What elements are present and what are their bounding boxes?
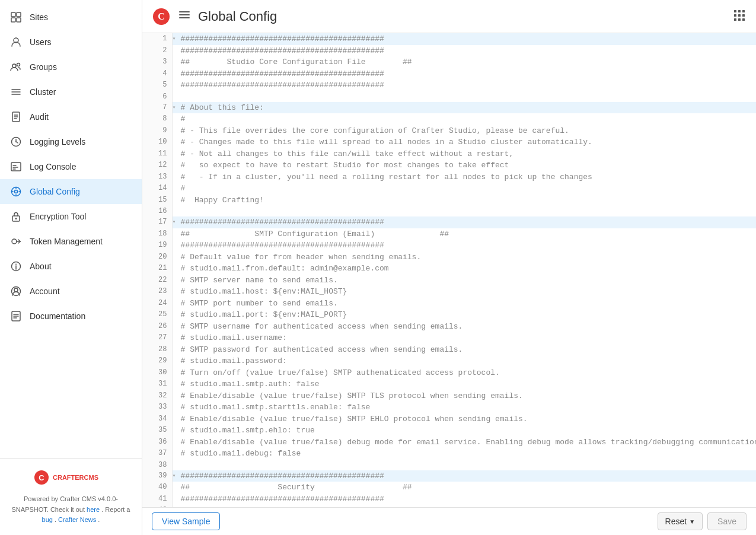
line-number: 39 [142,470,172,482]
sidebar-item-log-console[interactable]: Log Console [0,154,142,179]
sidebar-item-global-config[interactable]: Global Config [0,179,142,204]
code-line: # Turn on/off (value true/false) SMTP au… [176,367,756,379]
sidebar-item-groups-label: Groups [30,62,57,72]
code-line: ########################################… [176,68,756,80]
line-number: 21 [142,263,172,275]
code-line: ## SMTP Configuration (Email) ## [176,228,756,240]
line-number: 38 [142,460,172,470]
code-line: # [176,113,756,125]
reset-dropdown-icon[interactable]: ▼ [689,518,695,525]
svg-rect-57 [742,18,745,21]
svg-text:CRAFTERCMS: CRAFTERCMS [53,474,98,481]
code-line: # studio.mail.debug: false [176,448,756,460]
line-arrow: ▾ [172,102,176,114]
table-row: 32# Enable/disable (value true/false) SM… [142,390,756,402]
table-row: 1▾######################################… [142,33,756,45]
table-row: 18## SMTP Configuration (Email) ## [142,228,756,240]
header-menu-icon[interactable] [178,8,191,24]
audit-icon [9,110,23,123]
encryption-icon [9,210,23,223]
sidebar-item-encryption-tool[interactable]: Encryption Tool [0,204,142,229]
table-row: 14# [142,183,756,195]
code-line: # SMTP password for authenticated access… [176,344,756,356]
svg-point-28 [12,239,17,244]
code-line: # SMTP username for authenticated access… [176,321,756,333]
footer-crafter-news-link[interactable]: Crafter News [58,516,96,523]
svg-rect-16 [11,163,21,171]
sidebar-item-account-label: Account [30,286,60,296]
footer-right-actions: Reset ▼ Save [658,512,747,530]
line-number: 29 [142,355,172,367]
table-row: 25# studio.mail.port: ${env:MAIL_PORT} [142,309,756,321]
about-icon [9,260,23,273]
sidebar-item-about[interactable]: About [0,254,142,279]
table-row: 5#######################################… [142,79,756,91]
table-row: 6 [142,91,756,102]
globalconfig-icon [9,185,23,198]
table-row: 33# studio.mail.smtp.starttls.enable: fa… [142,402,756,413]
cluster-icon [9,85,23,98]
code-line [176,91,756,102]
code-line: # Enable/disable (value true/false) SMTP… [176,390,756,402]
sidebar-item-account[interactable]: Account [0,279,142,304]
table-row: 38 [142,460,756,470]
table-row: 2#######################################… [142,45,756,57]
table-row: 36# Enable/disable (value true/false) de… [142,437,756,448]
sidebar-item-token-management-label: Token Management [30,237,103,246]
code-line: ########################################… [176,240,756,251]
table-row: 34# Enable/disable (value true/false) SM… [142,413,756,425]
view-sample-button[interactable]: View Sample [152,512,220,530]
table-row: 26# SMTP username for authenticated acce… [142,321,756,333]
line-arrow: ▾ [172,216,176,228]
line-number: 36 [142,437,172,448]
line-number: 14 [142,183,172,195]
code-line: # About this file: [176,102,756,114]
footer-bug-link[interactable]: bug [42,516,53,523]
svg-point-27 [15,218,17,219]
svg-text:C: C [158,11,165,21]
reset-button-label: Reset [665,517,687,526]
line-number: 30 [142,367,172,379]
save-button[interactable]: Save [707,512,747,530]
logging-icon [9,135,23,148]
sidebar-item-sites[interactable]: Sites [0,5,142,30]
table-row: 20# Default value for from header when s… [142,251,756,263]
sidebar-item-token-management[interactable]: Token Management [0,229,142,254]
svg-point-21 [15,190,18,193]
editor-area: 1▾######################################… [142,33,756,535]
svg-rect-1 [17,12,21,17]
table-row: 3## Studio Core Configuration File ## [142,56,756,68]
sidebar-item-audit[interactable]: Audit [0,104,142,129]
table-row: 35# studio.mail.smtp.ehlo: true [142,425,756,437]
code-line [176,206,756,216]
code-line: # studio.mail.from.default: admin@exampl… [176,263,756,275]
line-number: 4 [142,68,172,80]
sidebar-item-groups[interactable]: Groups [0,55,142,79]
table-row: 30# Turn on/off (value true/false) SMTP … [142,367,756,379]
header-grid-icon[interactable] [732,8,747,25]
sidebar-item-logging-levels[interactable]: Logging Levels [0,129,142,154]
table-row: 39▾#####################################… [142,470,756,482]
sidebar-item-users[interactable]: Users [0,30,142,55]
table-row: 11# - Not all changes to this file can/w… [142,148,756,160]
table-row: 31# studio.mail.smtp.auth: false [142,378,756,390]
table-row: 15# Happy Crafting! [142,195,756,206]
line-number: 27 [142,332,172,344]
line-number: 1 [142,33,172,45]
code-line: # [176,183,756,195]
sidebar-item-cluster[interactable]: Cluster [0,79,142,104]
code-line: ########################################… [176,470,756,482]
code-line: # - Changes made to this file will sprea… [176,136,756,148]
sidebar-item-audit-label: Audit [30,112,49,122]
code-editor[interactable]: 1▾######################################… [142,33,756,507]
svg-rect-0 [11,12,15,17]
sidebar-item-documentation-label: Documentation [30,311,85,321]
footer-bar: View Sample Reset ▼ Save [142,507,756,535]
sidebar-item-documentation[interactable]: Documentation [0,304,142,329]
table-row: 41######################################… [142,493,756,505]
svg-point-15 [15,141,17,142]
svg-rect-56 [738,18,741,21]
svg-text:C: C [39,473,44,482]
footer-here-link[interactable]: here [87,506,100,513]
reset-button[interactable]: Reset ▼ [658,512,703,530]
